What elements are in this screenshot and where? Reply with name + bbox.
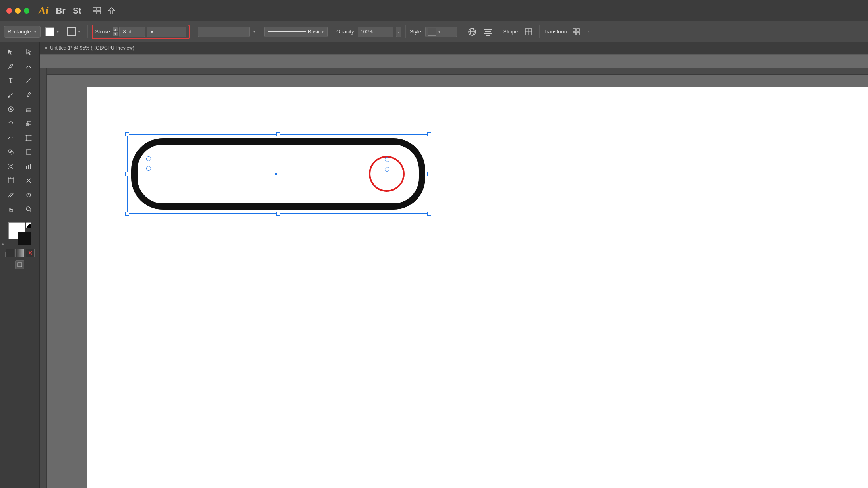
red-circle-anchor-bottom[interactable] [385,167,389,172]
fill-chevron-icon: ▼ [56,29,60,34]
free-transform-button[interactable] [20,131,38,145]
red-circle-anchor-top[interactable] [385,157,389,162]
stroke-dropdown-label: ▼ [149,29,154,35]
collapse-panel-button[interactable]: « [0,236,6,252]
eyedropper-button[interactable] [2,188,20,202]
separator-6 [461,25,461,38]
scale-tool-button[interactable] [20,117,38,130]
graph-tool-button[interactable] [20,160,38,173]
titlebar: Ai Br St [0,0,868,21]
rotate-tool-button[interactable] [2,117,20,130]
type-tool-button[interactable]: T [2,74,20,87]
gradient-icon[interactable] [15,249,24,257]
stroke-options-dropdown[interactable]: ▼ [147,27,186,37]
color-swatches: ✕ [5,220,35,269]
stroke-increment-button[interactable]: ▲ [113,27,118,31]
draw-normal-icon[interactable] [15,260,24,269]
handle-bottom-right[interactable] [427,212,431,216]
svg-point-38 [10,165,12,168]
handle-left-mid[interactable] [125,172,129,176]
left-toolbar: « T [0,42,40,488]
direct-select-tool-button[interactable] [20,45,38,59]
svg-point-41 [8,168,9,169]
measure-tool-button[interactable] [20,188,38,202]
line-preview [268,31,305,32]
opacity-arrow-button[interactable]: › [396,27,401,37]
svg-rect-17 [577,32,579,35]
svg-line-37 [29,150,31,152]
transform-icon[interactable] [570,26,583,37]
none-icon[interactable]: ✕ [26,249,35,257]
slice-tool-button[interactable] [20,174,38,187]
stroke-stepper[interactable]: ▲ ▼ [113,27,118,36]
curvature-tool-button[interactable] [20,60,38,73]
puppet-tools [2,131,38,145]
svg-rect-8 [485,31,491,32]
document-tab: × Untitled-1* @ 95% (RGB/GPU Preview) [40,42,868,55]
svg-rect-14 [573,29,576,31]
pencil-tool-button[interactable] [20,88,38,102]
web-icon[interactable] [465,26,479,37]
close-button[interactable] [6,8,12,14]
shape-options-icon[interactable] [522,26,535,37]
svg-rect-2 [93,11,96,14]
handle-top-mid[interactable] [276,132,280,136]
eraser-tool-button[interactable] [20,102,38,116]
shape-container[interactable] [127,134,429,214]
svg-point-29 [26,135,27,136]
share-icon[interactable] [107,6,116,15]
center-point [275,173,277,175]
tab-close-button[interactable]: × [45,45,48,51]
pen-tool-button[interactable] [2,60,20,73]
handle-top-right[interactable] [427,132,431,136]
minimize-button[interactable] [15,8,21,14]
opacity-input[interactable]: 100% [358,27,393,37]
separator-8 [539,25,540,38]
handle-bottom-left[interactable] [125,212,129,216]
separator-5 [405,25,406,38]
document-tab-title[interactable]: Untitled-1* @ 95% (RGB/GPU Preview) [50,45,134,51]
stroke-color-swatch[interactable] [18,232,31,245]
anchor-left-bottom[interactable] [146,166,151,171]
more-options-chevron[interactable]: › [585,27,592,37]
stroke-icon-box[interactable]: ▼ [64,26,83,37]
shape-selector[interactable]: Rectangle ▼ [4,26,41,38]
variable-width-input[interactable] [198,27,250,37]
stroke-decrement-button[interactable]: ▼ [113,32,118,36]
shape-builder-button[interactable] [2,145,20,159]
svg-point-31 [26,140,27,141]
svg-point-39 [8,164,9,165]
workspace-switcher-icon[interactable] [92,6,101,15]
svg-rect-10 [486,35,490,36]
brush-tools [2,88,38,102]
perspective-grid-button[interactable] [20,145,38,159]
anchor-left-top[interactable] [146,156,151,161]
warp-tool-button[interactable] [2,131,20,145]
paintbrush-tool-button[interactable] [2,88,20,102]
type-tools: T [2,74,38,87]
handle-top-left[interactable] [125,132,129,136]
hand-tool-button[interactable] [2,203,20,216]
align-icon[interactable] [481,26,495,37]
maximize-button[interactable] [24,8,29,14]
swap-colors-icon[interactable] [26,222,31,228]
line-style-chevron-icon: ▼ [320,29,324,34]
artboard-tool-button[interactable] [2,174,20,187]
handle-right-mid[interactable] [427,172,431,176]
zoom-tool-button[interactable] [20,203,38,216]
symbol-sprayer-button[interactable] [2,160,20,173]
stroke-swatch-chevron-icon: ▼ [77,29,81,34]
line-style-selector[interactable]: Basic ▼ [264,27,328,37]
handle-bottom-mid[interactable] [276,212,280,216]
svg-rect-3 [97,11,101,14]
line-tool-button[interactable] [20,74,38,87]
fill-swatch [45,27,54,36]
select-tool-button[interactable] [2,45,20,59]
fill-selector[interactable]: ▼ [43,26,62,37]
variable-chevron-icon: ▼ [252,29,256,34]
style-selector[interactable]: ▼ [425,27,457,37]
stroke-value-input[interactable]: 8 pt [119,27,145,37]
blob-brush-button[interactable] [2,102,20,116]
illustrator-icon: Ai [38,4,48,17]
style-swatch [428,28,436,36]
